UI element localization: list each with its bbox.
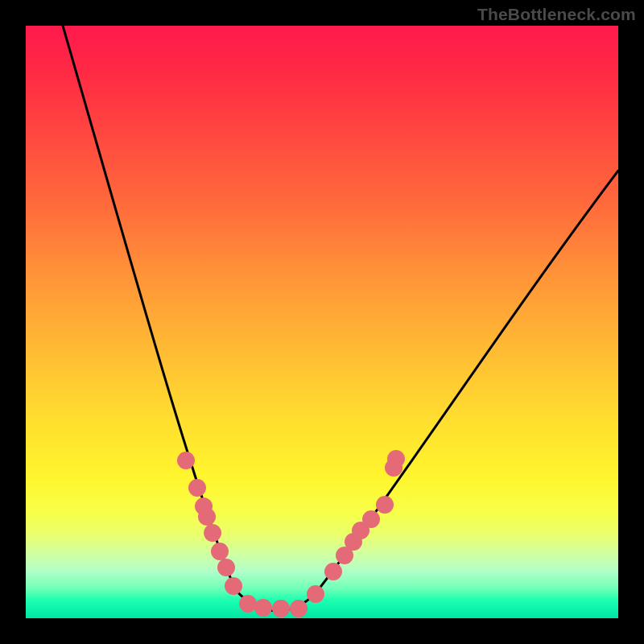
scatter-point [225,577,242,595]
scatter-point [204,524,221,542]
scatter-point [290,600,308,617]
chart-frame: TheBottleneck.com [0,0,644,644]
scatter-point [307,585,324,603]
plot-area [26,26,618,618]
scatter-point [387,450,405,468]
scatter-point [362,510,380,528]
chart-svg [26,26,618,618]
scatter-point [211,543,229,560]
scatter-point [188,479,206,497]
scatter-point [239,595,257,613]
scatter-point [217,559,235,576]
scatter-point [198,508,216,526]
bottleneck-curve [63,26,618,611]
watermark-text: TheBottleneck.com [477,5,636,24]
scatter-point [272,600,290,617]
scatter-point [254,599,272,617]
scatter-point [324,563,342,580]
scatter-point [177,452,195,469]
scatter-point [376,496,394,514]
scatter-group [177,450,405,617]
